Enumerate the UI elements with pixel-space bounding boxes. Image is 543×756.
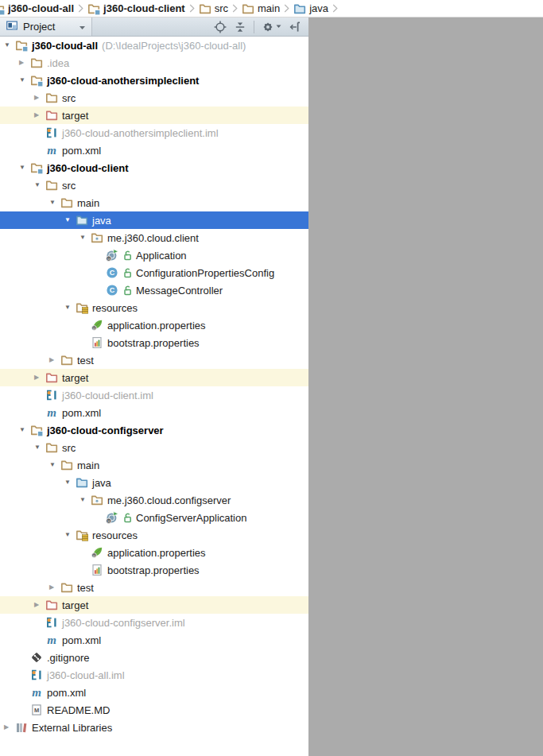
collapse-arrow-icon[interactable]: ▼ xyxy=(4,37,15,54)
folder-icon xyxy=(242,2,254,15)
expand-arrow-icon[interactable]: ▶ xyxy=(19,54,30,72)
tree-row[interactable]: ▶src xyxy=(0,89,308,107)
breadcrumb-separator-icon xyxy=(78,4,83,13)
settings-button[interactable] xyxy=(262,21,281,33)
collapse-arrow-icon[interactable]: ▼ xyxy=(49,456,60,474)
collapse-arrow-icon[interactable]: ▼ xyxy=(64,299,76,316)
collapse-arrow-icon[interactable]: ▼ xyxy=(80,229,91,246)
tree-item-label: pom.xml xyxy=(62,407,101,419)
expand-arrow-icon[interactable]: ▶ xyxy=(49,351,60,369)
collapse-arrow-icon[interactable]: ▼ xyxy=(64,211,76,229)
collapse-arrow-icon[interactable]: ▼ xyxy=(80,491,91,509)
collapse-arrow-icon[interactable]: ▼ xyxy=(34,439,45,456)
collapse-all-button[interactable] xyxy=(234,21,246,33)
tree-row[interactable]: uApplication xyxy=(0,246,308,264)
expand-arrow-icon[interactable]: ▶ xyxy=(34,89,45,107)
expand-arrow-icon[interactable]: ▶ xyxy=(34,596,45,614)
svg-text:u: u xyxy=(93,553,95,558)
tree-row[interactable]: ▼main xyxy=(0,456,308,474)
tree-item-label: resources xyxy=(92,302,138,314)
svg-text:u: u xyxy=(93,326,95,331)
expand-arrow-icon[interactable]: ▶ xyxy=(34,369,45,386)
project-tab-icon xyxy=(6,19,18,34)
module-folder-icon xyxy=(30,161,43,174)
breadcrumb-separator-icon xyxy=(332,4,338,13)
tree-row[interactable]: bootstrap.properties xyxy=(0,561,308,579)
expand-arrow-icon[interactable]: ▶ xyxy=(49,579,60,596)
tree-row[interactable]: ▼java xyxy=(0,211,308,229)
folder-source-icon xyxy=(76,214,88,227)
tree-item-label: .gitignore xyxy=(47,652,89,664)
breadcrumb-item[interactable]: j360-cloud-all xyxy=(0,2,87,15)
tree-row[interactable]: MREADME.MD xyxy=(0,701,308,719)
tree-row[interactable]: ▶.idea xyxy=(0,54,308,72)
chevron-down-icon xyxy=(79,21,86,33)
tree-row[interactable]: CConfigurationPropertiesConfig xyxy=(0,264,308,281)
breadcrumb-separator-icon xyxy=(284,4,289,13)
collapse-arrow-icon[interactable]: ▼ xyxy=(19,421,30,439)
tree-row[interactable]: ▶External Libraries xyxy=(0,719,308,736)
tree-row[interactable]: uapplication.properties xyxy=(0,544,308,561)
expand-arrow-icon[interactable]: ▶ xyxy=(34,107,45,124)
breadcrumb-item[interactable]: src xyxy=(199,2,242,15)
tree-row[interactable]: ▼j360-cloud-configserver xyxy=(0,421,308,439)
breadcrumb-separator-icon xyxy=(232,4,238,13)
collapse-arrow-icon[interactable]: ▼ xyxy=(19,159,30,176)
breadcrumb-item[interactable]: j360-cloud-client xyxy=(87,2,199,15)
tree-row[interactable]: mpom.xml xyxy=(0,142,308,159)
chart-properties-icon xyxy=(91,564,103,576)
tree-row[interactable]: ▶target xyxy=(0,107,308,124)
collapse-arrow-icon[interactable]: ▼ xyxy=(19,72,30,89)
tree-item-label: MessageController xyxy=(136,285,223,297)
tree-row[interactable]: bootstrap.properties xyxy=(0,334,308,351)
breadcrumb-item[interactable]: main xyxy=(242,2,293,15)
tree-row[interactable]: ▶target xyxy=(0,369,308,386)
readme-icon: M xyxy=(30,704,43,716)
iml-icon xyxy=(45,616,58,629)
tree-row[interactable]: ▼j360-cloud-client xyxy=(0,159,308,176)
tree-row[interactable]: j360-cloud-client.iml xyxy=(0,386,308,404)
folder-source-icon xyxy=(76,476,88,489)
tree-row[interactable]: j360-cloud-configserver.iml xyxy=(0,614,308,631)
expand-arrow-icon[interactable]: ▶ xyxy=(4,719,15,736)
class-icon: C xyxy=(106,266,118,279)
tree-row[interactable]: ▶target xyxy=(0,596,308,614)
tree-row[interactable]: ▶test xyxy=(0,579,308,596)
tree-row[interactable]: ▼java xyxy=(0,474,308,491)
tree-row[interactable]: ▼me.j360.cloud.client xyxy=(0,229,308,246)
tree-row[interactable]: ▼src xyxy=(0,176,308,194)
tree-row[interactable]: ▼j360-cloud-all(D:\IdealProjects\j360-cl… xyxy=(0,37,308,54)
tree-row[interactable]: ▼me.j360.cloud.configserver xyxy=(0,491,308,509)
tree-row[interactable]: mpom.xml xyxy=(0,631,308,649)
tree-row[interactable]: mpom.xml xyxy=(0,404,308,421)
tree-row[interactable]: uapplication.properties xyxy=(0,316,308,334)
tree-row[interactable]: .gitignore xyxy=(0,649,308,666)
tree-row[interactable]: uConfigServerApplication xyxy=(0,509,308,526)
tree-item-label: test xyxy=(77,582,94,594)
locate-button[interactable] xyxy=(214,21,227,33)
project-view-selector[interactable]: Project xyxy=(0,17,92,36)
tree-row[interactable]: ▼j360-cloud-anothersimpleclient xyxy=(0,72,308,89)
tree-item-label: target xyxy=(62,599,88,611)
tree-row[interactable]: ▼resources xyxy=(0,299,308,316)
tree-item-label: j360-cloud-client xyxy=(47,162,129,174)
tree-row[interactable]: ▼resources xyxy=(0,526,308,544)
breadcrumb-item[interactable]: java xyxy=(293,2,342,15)
package-icon xyxy=(91,494,103,506)
tree-row[interactable]: j360-cloud-anothersimpleclient.iml xyxy=(0,124,308,142)
spring-properties-icon: u xyxy=(91,319,103,331)
tree-row[interactable]: ▶test xyxy=(0,351,308,369)
collapse-arrow-icon[interactable]: ▼ xyxy=(49,194,60,211)
collapse-arrow-icon[interactable]: ▼ xyxy=(34,176,45,194)
tree-item-label: j360-cloud-all xyxy=(32,40,98,52)
breadcrumb-label: src xyxy=(215,2,228,14)
tree-row[interactable]: j360-cloud-all.iml xyxy=(0,666,308,684)
tree-row[interactable]: mpom.xml xyxy=(0,684,308,701)
hide-panel-button[interactable] xyxy=(289,21,301,33)
tree-row[interactable]: ▼main xyxy=(0,194,308,211)
tree-row[interactable]: CMessageController xyxy=(0,281,308,299)
collapse-arrow-icon[interactable]: ▼ xyxy=(64,526,76,544)
external-libraries-icon xyxy=(15,721,28,734)
collapse-arrow-icon[interactable]: ▼ xyxy=(64,474,76,491)
tree-row[interactable]: ▼src xyxy=(0,439,308,456)
